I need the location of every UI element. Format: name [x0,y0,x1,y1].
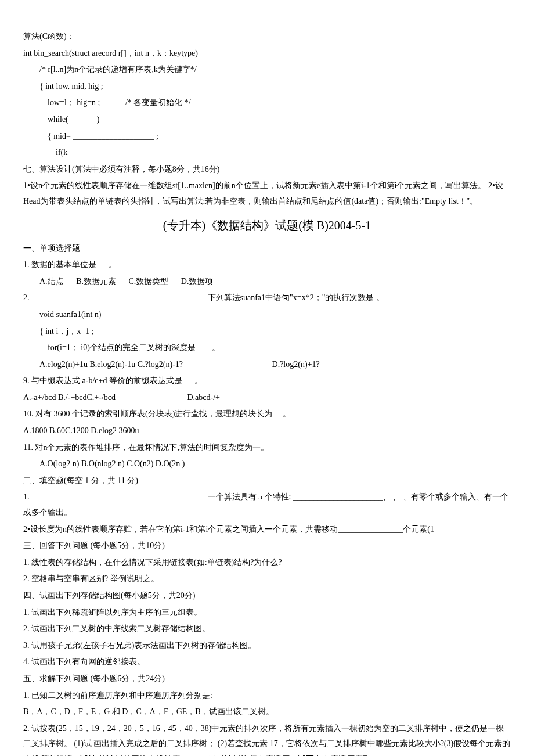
q2-opt-ac: A.elog2(n)+1u B.elog2(n)-1u C.?log2(n)-1… [39,360,183,369]
algo-ifk: if(k [23,145,511,161]
section-3-title: 三、回答下列问题 (每小题5分，共10分) [23,538,511,554]
s2-q2: 2•设长度为n的线性表顺序存贮，若在它的第i-1和第i个元素之间插入一个元素，共… [23,522,511,538]
q1-opt-d: D.数据项 [181,277,214,286]
q2: 2. 下列算法suanfa1中语句"x=x*2；"的执行次数是 。 [23,290,511,306]
algo-line-1: 算法(C函数)： [23,29,511,45]
q9: 9. 与中缀表达式 a-b/c+d 等价的前缀表达式是___。 [23,373,511,389]
section-2-title: 二、填空题(每空 1 分，共 11 分) [23,473,511,489]
algo-decl: { int low, mid, hig ; [23,79,511,95]
section-7-q1: 1•设n个元素的线性表顺序存储在一维数组st[1..maxlen]的前n个位置上… [23,178,511,209]
q10: 10. 对有 3600 个记录的索引顺序表(分块表)进行查找，最理想的块长为 _… [23,406,511,422]
s5-q1b: B，A，C，D，F，E，G 和 D，C，A，F，GE，B，试画出该二叉树。 [23,704,511,720]
s4-q2: 2. 试画出下列二叉树的中序线索二叉树存储结构图。 [23,621,511,637]
s4-q3: 3. 试用孩子兄弟(左孩子右兄弟)表示法画出下列树的存储结构图。 [23,638,511,654]
algo-mid: { mid= ____________________ ; [23,129,511,145]
q9-options: A.-a+/bcd B./-+bcdC.+-/bcd D.abcd-/+ [23,390,511,406]
blank-line [31,491,205,499]
algo-line-2: int bin_search(struct arecord r[]，int n，… [23,46,511,62]
q2-options: A.elog2(n)+1u B.elog2(n)-1u C.?log2(n)-1… [23,357,511,373]
algo-comment: /* r[l..n]为n个记录的递增有序表,k为关键字*/ [23,62,511,78]
algo-init-comment: /* 各变量初始化 */ [125,98,191,107]
s5-q2: 2. 试按表(25，15，19，24，20，5，16，45，40，38)中元素的… [23,721,511,756]
section-7-title: 七、算法设计(算法中必须有注释，每小题8分，共16分) [23,162,511,178]
s5-q1a: 1. 已知二叉树的前序遍历序列和中序遍历序列分别是: [23,688,511,704]
s2-q1-num: 1. [23,492,30,501]
paper-title: (专升本)《数据结构》试题(模 B)2004-5-1 [23,214,511,236]
s3-q1: 1. 线性表的存储结构，在什么情况下采用链接表(如:单链表)结构?为什么? [23,555,511,571]
q1-opt-b: B.数据元素 [76,277,116,286]
q1: 1. 数据的基本单位是___。 [23,257,511,273]
q11: 11. 对n个元素的表作堆排序，在最坏情况下,算法的时间复杂度为一。 [23,440,511,456]
s4-q4: 4. 试画出下列有向网的逆邻接表。 [23,654,511,670]
q1-opt-a: A.结点 [39,277,64,286]
section-5-title: 五、求解下列问题 (每小题6分，共24分) [23,671,511,687]
q10-options: A.1800 B.60C.1200 D.elog2 3600u [23,423,511,439]
section-4-title: 四、试画出下列存储结构图(每小题5分，共20分) [23,588,511,604]
q2-num: 2. [23,293,30,302]
q1-options: A.结点 B.数据元素 C.数据类型 D.数据项 [23,274,511,290]
s2-q1: 1. 一个算法具有 5 个特性: ______________________、… [23,489,511,520]
algo-while: while( ______ ) [23,112,511,128]
section-1-title: 一、单项选择题 [23,241,511,257]
s4-q1: 1. 试画出下列稀疏矩阵以列序为主序的三元组表。 [23,605,511,621]
q2-code-3: for(i=1； i0)个结点的完全二叉树的深度是____。 [23,340,511,356]
algo-init: low=l； hig=n ; /* 各变量初始化 */ [23,95,511,111]
q11-options: A.O(log2 n) B.O(nlog2 n) C.O(n2) D.O(2n … [23,456,511,472]
q2-opt-d: D.?log2(n)+1? [272,357,320,373]
q2-text: 下列算法suanfa1中语句"x=x*2；"的执行次数是 。 [208,293,384,302]
blank-line [31,292,205,300]
q9-opt-ac: A.-a+/bcd B./-+bcdC.+-/bcd [23,393,116,402]
q1-opt-c: C.数据类型 [128,277,168,286]
s3-q2: 2. 空格串与空串有区别? 举例说明之。 [23,571,511,587]
q2-code-2: { int i，j，x=1 ; [23,324,511,340]
algo-init-code: low=l； hig=n ; [48,98,100,107]
q9-opt-d: D.abcd-/+ [187,390,220,406]
q2-code-1: void suanfa1(int n) [23,307,511,323]
